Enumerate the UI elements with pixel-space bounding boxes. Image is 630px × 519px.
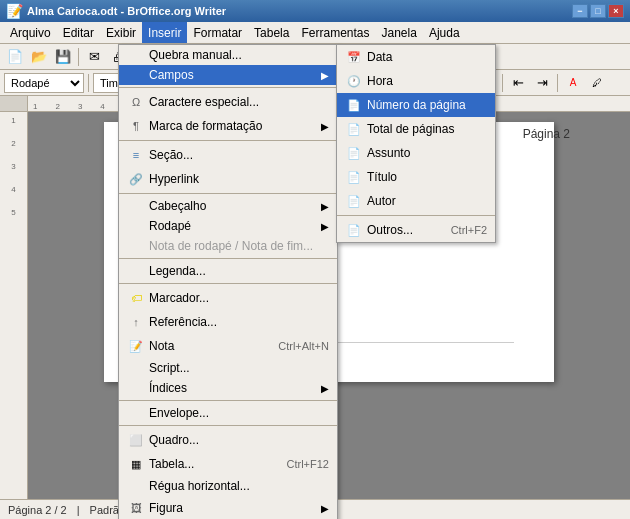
- menu-figura[interactable]: 🖼 Figura ▶: [119, 496, 337, 519]
- menu-marcador[interactable]: 🏷 Marcador...: [119, 286, 337, 310]
- email-button[interactable]: ✉: [83, 46, 105, 68]
- sep-ins5: [119, 283, 337, 284]
- date-icon: 📅: [345, 48, 363, 66]
- vertical-ruler: 1 2 3 4 5: [0, 112, 28, 499]
- menu-editar[interactable]: Editar: [57, 22, 100, 43]
- author-icon: 📄: [345, 192, 363, 210]
- clock-icon: 🕐: [345, 72, 363, 90]
- menu-arquivo[interactable]: Arquivo: [4, 22, 57, 43]
- submenu-assunto[interactable]: 📄 Assunto: [337, 141, 495, 165]
- menu-envelope[interactable]: Envelope...: [119, 403, 337, 423]
- figura-label: Figura: [149, 501, 183, 515]
- menu-formatar[interactable]: Formatar: [187, 22, 248, 43]
- submenu-outros[interactable]: 📄 Outros... Ctrl+F2: [337, 218, 495, 242]
- menu-script[interactable]: Script...: [119, 358, 337, 378]
- campos-submenu: 📅 Data 🕐 Hora 📄 Número da página 📄 Total…: [336, 44, 496, 243]
- submenu-total-paginas[interactable]: 📄 Total de páginas: [337, 117, 495, 141]
- sep-status: |: [77, 504, 80, 516]
- menu-quebra[interactable]: Quebra manual...: [119, 45, 337, 65]
- totalpages-icon: 📄: [345, 120, 363, 138]
- indices-label: Índices: [149, 381, 187, 395]
- menu-nota[interactable]: 📝 Nota Ctrl+Alt+N: [119, 334, 337, 358]
- ruler-tick: 2: [55, 102, 59, 111]
- section-icon: ≡: [127, 146, 145, 164]
- menu-hyperlink[interactable]: 🔗 Hyperlink: [119, 167, 337, 191]
- ruler-corner: [0, 96, 28, 112]
- window-title: Alma Carioca.odt - BrOffice.org Writer: [27, 5, 226, 17]
- submenu-numero-pagina[interactable]: 📄 Número da página: [337, 93, 495, 117]
- new-button[interactable]: 📄: [4, 46, 26, 68]
- submenu-hora[interactable]: 🕐 Hora: [337, 69, 495, 93]
- tabela-label: Tabela...: [149, 457, 194, 471]
- script-label: Script...: [149, 361, 190, 375]
- nota-label: Nota: [149, 339, 174, 353]
- legenda-label: Legenda...: [149, 264, 206, 278]
- sep1: [78, 48, 79, 66]
- maximize-button[interactable]: □: [590, 4, 606, 18]
- decrease-indent-button[interactable]: ⇤: [507, 72, 529, 94]
- regua-label: Régua horizontal...: [149, 479, 250, 493]
- menu-regua[interactable]: Régua horizontal...: [119, 476, 337, 496]
- menu-cabecalho[interactable]: Cabeçalho ▶: [119, 196, 337, 216]
- link-icon: 🔗: [127, 170, 145, 188]
- figura-arrow: ▶: [321, 503, 329, 514]
- pagenum-icon: 📄: [345, 96, 363, 114]
- menu-janela[interactable]: Janela: [376, 22, 423, 43]
- font-color-button[interactable]: A: [562, 72, 584, 94]
- tabela-shortcut: Ctrl+F12: [287, 458, 330, 470]
- menu-caractere[interactable]: Ω Caractere especial...: [119, 90, 337, 114]
- marcador-label: Marcador...: [149, 291, 209, 305]
- total-paginas-label: Total de páginas: [367, 122, 454, 136]
- outros-label: Outros...: [367, 223, 413, 237]
- highlight-button[interactable]: 🖊: [586, 72, 608, 94]
- menu-tabela[interactable]: Tabela: [248, 22, 295, 43]
- quebra-label: Quebra manual...: [149, 48, 242, 62]
- menu-indices[interactable]: Índices ▶: [119, 378, 337, 398]
- indices-arrow: ▶: [321, 383, 329, 394]
- submenu-titulo[interactable]: 📄 Título: [337, 165, 495, 189]
- menu-secao[interactable]: ≡ Seção...: [119, 143, 337, 167]
- menu-inserir[interactable]: Inserir: [142, 22, 187, 43]
- assunto-label: Assunto: [367, 146, 410, 160]
- menu-exibir[interactable]: Exibir: [100, 22, 142, 43]
- increase-indent-button[interactable]: ⇥: [531, 72, 553, 94]
- inserir-menu: Quebra manual... Campos ▶ Ω Caractere es…: [118, 44, 338, 519]
- menu-rodape[interactable]: Rodapé ▶: [119, 216, 337, 236]
- cabecalho-arrow: ▶: [321, 201, 329, 212]
- v-ruler-tick: 4: [11, 185, 15, 194]
- submenu-autor[interactable]: 📄 Autor: [337, 189, 495, 213]
- autor-label: Autor: [367, 194, 396, 208]
- menu-ajuda[interactable]: Ajuda: [423, 22, 466, 43]
- sep-fmt1: [88, 74, 89, 92]
- titlebar-buttons: − □ ×: [572, 4, 624, 18]
- menu-nota-rodape: Nota de rodapé / Nota de fim...: [119, 236, 337, 256]
- menu-ferramentas[interactable]: Ferramentas: [295, 22, 375, 43]
- title-bar: 📝 Alma Carioca.odt - BrOffice.org Writer…: [0, 0, 630, 22]
- menu-campos[interactable]: Campos ▶: [119, 65, 337, 85]
- ruler-tick: 3: [78, 102, 82, 111]
- nota-rodape-label: Nota de rodapé / Nota de fim...: [149, 239, 313, 253]
- numero-pagina-label: Número da página: [367, 98, 466, 112]
- menu-quadro[interactable]: ⬜ Quadro...: [119, 428, 337, 452]
- sep-fmt6: [502, 74, 503, 92]
- sep-ins7: [119, 425, 337, 426]
- table-icon: ▦: [127, 455, 145, 473]
- menu-tabela[interactable]: ▦ Tabela... Ctrl+F12: [119, 452, 337, 476]
- save-button[interactable]: 💾: [52, 46, 74, 68]
- nota-shortcut: Ctrl+Alt+N: [278, 340, 329, 352]
- style-dropdown[interactable]: Rodapé: [4, 73, 84, 93]
- secao-label: Seção...: [149, 148, 193, 162]
- close-button[interactable]: ×: [608, 4, 624, 18]
- minimize-button[interactable]: −: [572, 4, 588, 18]
- cabecalho-label: Cabeçalho: [149, 199, 206, 213]
- v-ruler-tick: 2: [11, 139, 15, 148]
- open-button[interactable]: 📂: [28, 46, 50, 68]
- submenu-data[interactable]: 📅 Data: [337, 45, 495, 69]
- hora-label: Hora: [367, 74, 393, 88]
- menu-legenda[interactable]: Legenda...: [119, 261, 337, 281]
- menu-referencia[interactable]: ↑ Referência...: [119, 310, 337, 334]
- sep-ins4: [119, 258, 337, 259]
- menu-marca[interactable]: ¶ Marca de formatação ▶: [119, 114, 337, 138]
- sep-fmt7: [557, 74, 558, 92]
- v-ruler-tick: 3: [11, 162, 15, 171]
